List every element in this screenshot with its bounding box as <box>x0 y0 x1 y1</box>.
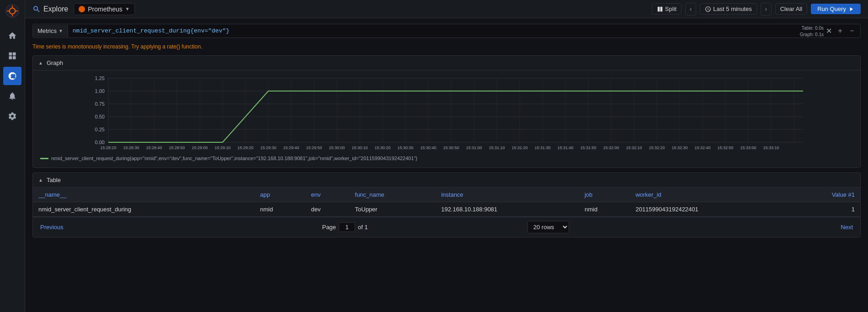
sidebar-item-dashboards[interactable] <box>3 47 21 65</box>
navbar-actions: Split ‹ Last 5 minutes › Clear All Run Q… <box>652 3 861 16</box>
pagination-of-label: of 1 <box>358 224 368 231</box>
page-title: Explore <box>32 5 68 13</box>
pagination-center: Page of 1 <box>244 222 447 232</box>
pagination-next-button[interactable]: Next <box>650 224 853 231</box>
svg-text:1.00: 1.00 <box>95 88 105 94</box>
main-content: Explore Prometheus ▼ Split ‹ Last 5 minu… <box>25 0 868 312</box>
svg-text:15:29:50: 15:29:50 <box>306 145 322 150</box>
split-button[interactable]: Split <box>652 3 682 15</box>
col-header-func-name[interactable]: func_name <box>350 188 436 202</box>
cell-instance: 192.168.10.188:9081 <box>436 202 579 217</box>
cell-func-name: ToUpper <box>350 202 436 217</box>
graph-panel-title: Graph <box>47 59 63 66</box>
sidebar-item-configuration[interactable] <box>3 107 21 125</box>
col-header-instance[interactable]: instance <box>436 188 579 202</box>
svg-text:15:28:30: 15:28:30 <box>123 145 139 150</box>
svg-text:15:31:50: 15:31:50 <box>580 145 596 150</box>
rows-per-page-select[interactable]: 20 rows 50 rows 100 rows <box>527 221 569 233</box>
cell-job: nmid <box>579 202 630 217</box>
timerange-prev-button[interactable]: ‹ <box>685 3 696 16</box>
svg-text:15:30:00: 15:30:00 <box>329 145 345 150</box>
pagination-page-input[interactable] <box>339 222 355 232</box>
table-panel: ▲ Table __name__ app env func_name insta… <box>32 172 861 237</box>
table-collapse-icon: ▲ <box>38 178 43 183</box>
query-input[interactable] <box>68 25 821 37</box>
table-panel-header[interactable]: ▲ Table <box>33 173 860 188</box>
pagination-row: Previous Page of 1 20 rows 50 rows 100 r… <box>33 217 860 237</box>
datasource-selector[interactable]: Prometheus ▼ <box>74 3 134 15</box>
svg-text:15:28:50: 15:28:50 <box>169 145 185 150</box>
sidebar-item-home[interactable] <box>3 27 21 45</box>
table-row: nmid_server_client_request_during nmid d… <box>33 202 860 217</box>
chevron-down-icon: ▼ <box>125 6 130 11</box>
timerange-next-button[interactable]: › <box>761 3 772 16</box>
col-header-job[interactable]: job <box>579 188 630 202</box>
collapse-icon: ▲ <box>38 60 43 65</box>
svg-text:15:31:20: 15:31:20 <box>511 145 527 150</box>
sidebar-item-alerting[interactable] <box>3 87 21 105</box>
data-table: __name__ app env func_name instance job … <box>33 188 860 217</box>
svg-text:15:30:10: 15:30:10 <box>351 145 367 150</box>
metrics-button[interactable]: Metrics ▼ <box>33 25 68 37</box>
svg-text:15:30:50: 15:30:50 <box>443 145 459 150</box>
svg-text:15:29:10: 15:29:10 <box>214 145 230 150</box>
chevron-down-icon: ▼ <box>59 28 63 33</box>
svg-text:15:30:40: 15:30:40 <box>420 145 436 150</box>
query-add-button[interactable]: ＋ <box>835 24 846 38</box>
svg-text:15:28:40: 15:28:40 <box>146 145 162 150</box>
svg-text:1.25: 1.25 <box>95 76 105 81</box>
cell-value: 1 <box>788 202 860 217</box>
svg-text:15:32:30: 15:32:30 <box>671 145 687 150</box>
table-panel-title: Table <box>47 177 61 183</box>
query-collapse-button[interactable]: － <box>847 24 857 38</box>
col-header-worker-id[interactable]: worker_id <box>630 188 788 202</box>
svg-text:15:31:40: 15:31:40 <box>557 145 573 150</box>
col-header-value[interactable]: Value #1 <box>788 188 860 202</box>
legend-color-line <box>40 158 48 159</box>
query-close-button[interactable]: ✕ <box>824 25 834 37</box>
pagination-right: 20 rows 50 rows 100 rows <box>447 221 650 233</box>
svg-text:15:32:10: 15:32:10 <box>626 145 642 150</box>
sidebar-item-explore[interactable] <box>3 67 21 85</box>
svg-text:15:32:20: 15:32:20 <box>649 145 665 150</box>
col-header-env[interactable]: env <box>305 188 349 202</box>
svg-text:15:30:30: 15:30:30 <box>397 145 413 150</box>
run-query-button[interactable]: Run Query <box>811 4 861 14</box>
pagination-page-label: Page <box>322 224 336 231</box>
svg-text:15:32:50: 15:32:50 <box>717 145 733 150</box>
table-body: nmid_server_client_request_during nmid d… <box>33 202 860 217</box>
legend-label: nmid_server_client_request_during{app="n… <box>51 156 417 161</box>
timerange-button[interactable]: Last 5 minutes <box>700 3 757 15</box>
svg-text:15:32:00: 15:32:00 <box>603 145 619 150</box>
table-header: __name__ app env func_name instance job … <box>33 188 860 202</box>
datasource-icon <box>79 6 85 12</box>
svg-text:15:33:10: 15:33:10 <box>763 145 779 150</box>
svg-text:15:33:00: 15:33:00 <box>740 145 756 150</box>
svg-text:15:29:20: 15:29:20 <box>237 145 253 150</box>
graph-chart: 1.25 1.00 0.75 0.50 0.25 0.00 <box>38 76 855 151</box>
svg-text:15:31:00: 15:31:00 <box>466 145 482 150</box>
svg-text:0.75: 0.75 <box>95 101 105 107</box>
col-header-app[interactable]: app <box>255 188 305 202</box>
grafana-logo[interactable] <box>5 4 20 18</box>
clear-all-button[interactable]: Clear All <box>775 3 807 15</box>
svg-text:15:31:30: 15:31:30 <box>534 145 550 150</box>
warning-message: Time series is monotonously increasing. … <box>32 43 861 51</box>
query-row: Metrics ▼ Table: 0.0s Graph: 0.1s ✕ ＋ － <box>32 24 861 38</box>
pagination-prev-button[interactable]: Previous <box>40 224 244 231</box>
svg-text:0.00: 0.00 <box>95 140 105 145</box>
graph-panel: ▲ Graph 1.25 1.00 <box>32 55 861 168</box>
cell-worker-id: 2011599043192422401 <box>630 202 788 217</box>
table-container: __name__ app env func_name instance job … <box>33 188 860 237</box>
datasource-name: Prometheus <box>88 5 122 13</box>
cell-name: nmid_server_client_request_during <box>33 202 255 217</box>
cell-app: nmid <box>255 202 305 217</box>
graph-container: 1.25 1.00 0.75 0.50 0.25 0.00 <box>33 70 860 167</box>
cell-env: dev <box>305 202 349 217</box>
graph-panel-header[interactable]: ▲ Graph <box>33 56 860 70</box>
col-header-name[interactable]: __name__ <box>33 188 255 202</box>
graph-legend-entry[interactable]: nmid_server_client_request_during{app="n… <box>38 155 855 162</box>
query-table-info: Table: 0.0s Graph: 0.1s <box>800 25 824 38</box>
svg-text:0.25: 0.25 <box>95 127 105 132</box>
svg-text:15:29:00: 15:29:00 <box>192 145 208 150</box>
